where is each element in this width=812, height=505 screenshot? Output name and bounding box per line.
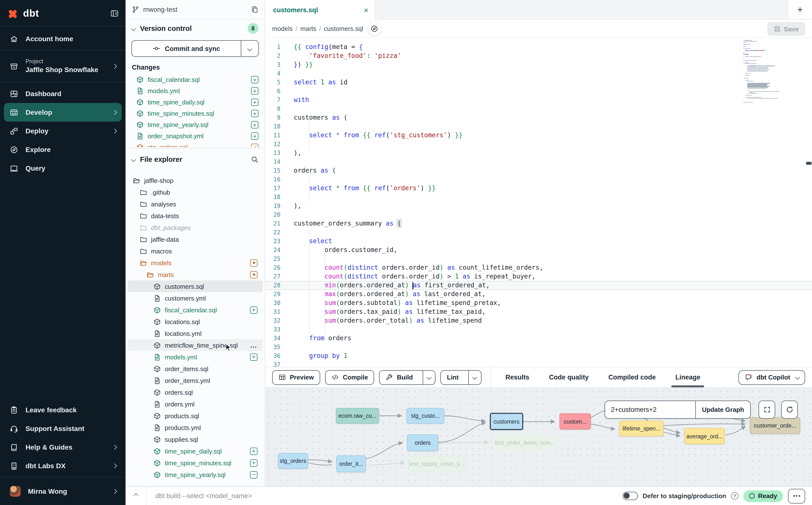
sidebar-item-dbt-labs-dx[interactable]: dbt Labs DX [4, 457, 122, 475]
plus-badge[interactable]: + [250, 353, 258, 361]
tree-item[interactable]: customers.sql [128, 281, 263, 292]
code-line[interactable]: 6 [265, 87, 812, 96]
version-control-header[interactable]: Version control 8 [126, 20, 265, 37]
code-line[interactable]: 24 orders.customer_id, [265, 245, 812, 255]
change-row[interactable]: stg_orders.sql [126, 142, 265, 147]
code-line[interactable]: 5select 1 as id [265, 78, 812, 87]
tree-item[interactable]: order_items.sql [128, 363, 263, 375]
plus-badge[interactable]: + [250, 448, 258, 455]
sidebar-collapse-icon[interactable] [110, 9, 119, 18]
code-line[interactable]: 19), [265, 201, 812, 210]
tree-item[interactable]: models.yml+ [128, 351, 263, 363]
sidebar-item-support-assistant[interactable]: Support Assistant [4, 419, 122, 438]
lineage-node[interactable]: order_it... [336, 456, 366, 472]
change-row[interactable]: time_spine_yearly.sql+ [126, 119, 265, 130]
code-line[interactable]: 2 'favorite_food': 'pizza' [265, 51, 812, 60]
row-menu-icon[interactable]: … [250, 344, 258, 347]
status-badge[interactable]: Ready [743, 490, 783, 502]
code-line[interactable]: 10 [265, 122, 812, 131]
code-line[interactable]: 16 [265, 175, 812, 184]
code-line[interactable]: 36 group by 1 [265, 352, 812, 360]
stage-add-badge[interactable]: + [251, 132, 259, 140]
code-line[interactable]: 12 [265, 140, 812, 149]
code-line[interactable]: 7with [265, 96, 812, 105]
tree-item[interactable]: orders.sql [128, 386, 263, 398]
code-line[interactable]: 17 select * from {{ ref('orders') }} [265, 184, 812, 193]
tree-item[interactable]: macros [128, 245, 263, 257]
change-row[interactable]: order_snapshot.yml+ [126, 130, 265, 142]
build-main[interactable]: Build [380, 370, 419, 384]
tree-item[interactable]: locations.yml [128, 328, 263, 339]
code-line[interactable]: 37 [265, 360, 812, 367]
preview-button[interactable]: Preview [272, 370, 320, 385]
lineage-node[interactable]: customer_orde... [750, 417, 800, 434]
lineage-node[interactable]: lifetime_spen... [619, 421, 663, 436]
code-line[interactable]: 23 select [265, 237, 812, 245]
refresh-button[interactable] [781, 400, 798, 419]
code-line[interactable]: 20 [265, 210, 812, 219]
code-line[interactable]: 30 sum(orders.subtotal) as lifetime_spen… [265, 299, 812, 307]
lineage-node[interactable]: test_order_items_com... [493, 436, 557, 450]
code-line[interactable]: 22 [265, 228, 812, 237]
file-explorer-header[interactable]: File explorer [126, 151, 265, 168]
modified-badge[interactable] [251, 144, 259, 147]
editor-scrollbar[interactable] [806, 162, 812, 165]
sidebar-item-explore[interactable]: Explore [4, 140, 122, 159]
tab-customers-sql[interactable]: customers.sql × [265, 0, 375, 20]
tab-compiled-code[interactable]: Compiled code [608, 367, 656, 387]
code-line[interactable]: 32 sum(orders.order_total) as lifetime_s… [265, 316, 812, 325]
code-line[interactable]: 34 from orders [265, 334, 812, 343]
sidebar-item-leave-feedback[interactable]: Leave feedback [4, 400, 122, 419]
tree-item[interactable]: .github [128, 186, 263, 198]
code-line[interactable]: 28 min(orders.ordered_at) as first_order… [265, 281, 812, 290]
editor-minimap[interactable] [743, 40, 808, 106]
explore-lineage-icon[interactable] [368, 22, 381, 35]
commit-options-caret[interactable] [241, 41, 259, 56]
sidebar-item-query[interactable]: Query [4, 159, 122, 177]
tab-results[interactable]: Results [506, 367, 529, 387]
code-line[interactable]: 1{{ config(meta = { [265, 43, 812, 51]
minus-badge[interactable]: − [250, 471, 258, 478]
tree-item[interactable]: fiscal_calendar.sql+ [128, 304, 263, 316]
tree-item[interactable]: time_spine_minutes.sql+ [128, 457, 263, 469]
lineage-node[interactable]: average_ord... [684, 428, 725, 444]
tree-item[interactable]: data-tests [128, 210, 263, 222]
build-options-caret[interactable] [423, 370, 435, 384]
compile-button[interactable]: Compile [325, 370, 374, 385]
tree-item[interactable]: analyses [128, 198, 263, 210]
code-line[interactable]: 33 [265, 325, 812, 334]
change-row[interactable]: time_spine_daily.sql+ [126, 97, 265, 108]
tree-item[interactable]: metricflow_time_spine.sql… [128, 339, 263, 351]
lineage-node[interactable]: custom... [559, 413, 591, 430]
dbt-copilot-button[interactable]: dbt Copilot [739, 370, 805, 385]
tree-item[interactable]: products.sql [128, 410, 263, 422]
lineage-node[interactable]: stg_custo... [407, 408, 444, 424]
plus-badge[interactable]: + [250, 459, 258, 467]
tree-item[interactable]: jaffle-data [128, 233, 263, 245]
sidebar-item-help-guides[interactable]: Help & Guides [4, 438, 122, 457]
tree-item[interactable]: marts [128, 269, 263, 281]
help-icon[interactable]: ? [731, 492, 739, 500]
tree-item[interactable]: products.yml [128, 422, 263, 434]
change-row[interactable]: time_spine_minutes.sql+ [126, 108, 265, 119]
sidebar-item-project[interactable]: Project Jaffle Shop Snowflake [4, 52, 122, 80]
stage-add-badge[interactable]: + [251, 87, 259, 95]
dot-badge[interactable] [250, 259, 258, 267]
lint-options-caret[interactable] [469, 370, 481, 384]
lineage-node[interactable]: orders [407, 435, 438, 451]
lineage-graph[interactable]: count_lifetim... [265, 387, 812, 486]
tree-item[interactable]: models [128, 257, 263, 269]
sidebar-item-develop[interactable]: Develop [4, 103, 122, 122]
stage-add-badge[interactable]: + [251, 76, 259, 83]
commit-and-sync-main[interactable]: Commit and sync [132, 41, 241, 56]
code-line[interactable]: 29 max(orders.ordered_at) as last_ordere… [265, 290, 812, 299]
code-line[interactable]: 26 count(distinct orders.order_id) as co… [265, 263, 812, 272]
plus-badge[interactable]: + [250, 306, 258, 314]
close-icon[interactable]: × [364, 6, 368, 14]
tree-item[interactable]: time_spine_daily.sql+ [128, 445, 263, 457]
dot-badge[interactable] [250, 271, 258, 278]
lineage-node[interactable]: customers [490, 413, 523, 430]
code-line[interactable]: 8 [265, 105, 812, 113]
copy-icon[interactable] [251, 6, 259, 13]
tree-item[interactable]: locations.sql [128, 316, 263, 328]
